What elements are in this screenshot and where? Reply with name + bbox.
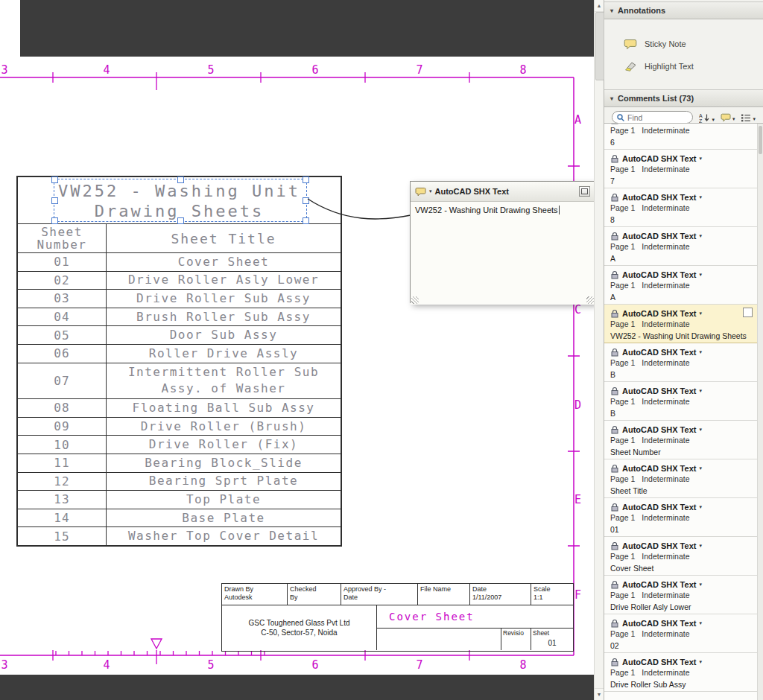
popup-minimize-button[interactable] (579, 186, 590, 197)
comment-type-label: AutoCAD SHX Text (622, 658, 696, 666)
sheet-number-text: 14 (18, 509, 107, 527)
sticky-note-tool[interactable]: Sticky Note (604, 33, 763, 55)
selection-handle[interactable] (51, 197, 58, 204)
annotation-lock-icon (610, 232, 619, 241)
svg-text:Z: Z (699, 118, 703, 123)
comment-type-row: AutoCAD SHX Text▾ (610, 191, 753, 203)
comment-meta: Page 1Indeterminate (610, 397, 753, 409)
comment-item[interactable]: AutoCAD SHX Text▾Page 1IndeterminateDriv… (604, 576, 757, 614)
comment-meta: Page 1Indeterminate (610, 358, 753, 370)
comment-menu-chevron-icon[interactable]: ▾ (699, 543, 702, 549)
popup-options-chevron-icon[interactable]: ▾ (429, 188, 432, 194)
comment-menu-chevron-icon[interactable]: ▾ (699, 427, 702, 433)
comments-list-section-header[interactable]: ▾ Comments List (73) (604, 89, 763, 107)
comment-item[interactable]: AutoCAD SHX Text▾Page 1IndeterminateB (604, 382, 757, 421)
highlighter-icon (624, 61, 637, 71)
sheet-number-text: 09 (18, 418, 107, 436)
comment-menu-chevron-icon[interactable]: ▾ (699, 620, 702, 626)
comment-menu-chevron-icon[interactable]: ▾ (699, 233, 702, 239)
comment-value: 6 (610, 138, 753, 149)
comment-item[interactable]: AutoCAD SHX Text▾Page 1IndeterminateDriv… (604, 653, 757, 692)
selection-handle[interactable] (177, 176, 184, 183)
selection-handle[interactable] (303, 197, 309, 204)
ruler-letter: C (574, 303, 581, 316)
comment-meta: Page 1Indeterminate (610, 242, 753, 254)
comment-status: Indeterminate (642, 319, 689, 328)
text-selection-box[interactable] (54, 179, 307, 222)
document-pane[interactable]: 345678 345678 ABCDEF VW252 - Washing Uni… (0, 0, 594, 700)
comment-menu-chevron-icon[interactable]: ▾ (699, 465, 702, 471)
comment-page: Page 1 (610, 126, 635, 135)
popup-resize-grip-right[interactable] (586, 296, 594, 304)
approved-by-cell: Approved By - Date (341, 584, 418, 605)
scroll-up-icon[interactable]: ▲ (595, 0, 604, 12)
sheet-number-text: 11 (18, 454, 107, 472)
popup-header[interactable]: ▾ AutoCAD SHX Text (411, 182, 595, 202)
comment-menu-chevron-icon[interactable]: ▾ (699, 156, 702, 162)
col-header-sheet-number: Sheet Number (18, 224, 107, 252)
comment-type-label: AutoCAD SHX Text (622, 541, 696, 550)
scroll-down-icon[interactable]: ▼ (595, 688, 604, 700)
comment-item[interactable]: AutoCAD SHX Text▾Page 1IndeterminateA (604, 266, 757, 305)
comment-item[interactable]: AutoCAD SHX Text▾Page 1Indeterminate01 (604, 498, 757, 537)
sheet-table-row: 02Drive Roller Asly Lower (18, 272, 341, 290)
comment-type-row: AutoCAD SHX Text▾ (610, 229, 753, 242)
comments-scrollbar[interactable] (757, 124, 763, 700)
comment-page: Page 1 (610, 513, 635, 522)
sheet-table-row: 05Door Sub Assy (18, 326, 341, 345)
comment-checkbox[interactable] (743, 308, 753, 317)
annotation-popup[interactable]: ▾ AutoCAD SHX Text VW252 - Washing Unit … (410, 181, 595, 303)
comment-page: Page 1 (610, 668, 635, 677)
comment-menu-chevron-icon[interactable]: ▾ (699, 659, 702, 665)
comment-item[interactable]: AutoCAD SHX Text▾Page 1IndeterminateA (604, 227, 757, 266)
comment-item[interactable]: AutoCAD SHX Text▾Page 1IndeterminateB (604, 343, 757, 382)
sort-comments-button[interactable]: A Z ▾ (699, 112, 715, 123)
sheet-number-text: 06 (18, 345, 107, 363)
comment-menu-chevron-icon[interactable]: ▾ (699, 349, 702, 355)
comment-meta: Page 1Indeterminate (610, 474, 753, 486)
comment-item[interactable]: AutoCAD SHX Text▾Page 1IndeterminateCove… (604, 537, 757, 576)
comment-item[interactable]: AutoCAD SHX Text▾Page 1Indeterminate02 (604, 614, 757, 653)
comment-menu-chevron-icon[interactable]: ▾ (699, 582, 702, 588)
annotations-section-header[interactable]: ▾ Annotations (604, 1, 763, 19)
selection-handle[interactable] (303, 217, 309, 224)
selection-handle[interactable] (303, 176, 309, 183)
selection-handle[interactable] (51, 217, 58, 224)
annotation-lock-icon (610, 154, 619, 163)
comment-item[interactable]: AutoCAD SHX Text▾Page 1Indeterminate6 (604, 123, 757, 150)
comment-type-row: AutoCAD SHX Text▾ (610, 462, 753, 474)
popup-resize-grip-left[interactable] (411, 296, 419, 304)
comment-menu-chevron-icon[interactable]: ▾ (699, 194, 702, 200)
comment-menu-chevron-icon[interactable]: ▾ (699, 272, 702, 278)
selection-handle[interactable] (177, 217, 184, 224)
comment-item[interactable]: AutoCAD SHX Text▾Page 1Indeterminate8 (604, 188, 757, 227)
comment-menu-chevron-icon[interactable]: ▾ (699, 388, 702, 394)
selection-handle[interactable] (51, 176, 58, 183)
comment-item[interactable]: AutoCAD SHX Text▾Page 1IndeterminateShee… (604, 421, 757, 459)
drawn-by-cell: Drawn By Autodesk (222, 584, 288, 605)
comment-type-label: AutoCAD SHX Text (622, 503, 696, 512)
comment-type-row: AutoCAD SHX Text▾ (610, 268, 753, 281)
popup-text-area[interactable]: VW252 - Washing Unit Drawing Sheets (411, 202, 595, 305)
sheet-title-text: Drive Roller (Brush) (107, 418, 341, 436)
comments-options-button[interactable]: ▾ (741, 113, 756, 122)
comment-item[interactable]: AutoCAD SHX Text▾Page 1IndeterminateVW25… (604, 305, 757, 343)
comment-menu-chevron-icon[interactable]: ▾ (699, 311, 702, 316)
comment-type-label: AutoCAD SHX Text (622, 270, 696, 279)
comment-type-label: AutoCAD SHX Text (622, 309, 696, 318)
annotation-lock-icon (610, 464, 619, 473)
comments-list[interactable]: AutoCAD SHX Text▾Page 1Indeterminate6Aut… (604, 123, 763, 700)
date-cell: Date 1/11/2007 (470, 584, 531, 605)
comment-page: Page 1 (610, 358, 635, 367)
comment-menu-chevron-icon[interactable]: ▾ (699, 504, 702, 510)
filter-comments-button[interactable]: ▾ (721, 113, 735, 122)
highlight-text-tool[interactable]: Highlight Text (604, 55, 763, 77)
comments-scrollbar-thumb[interactable] (759, 126, 762, 154)
scrollbar-thumb[interactable] (595, 12, 604, 80)
comment-item[interactable]: AutoCAD SHX Text▾Page 1IndeterminateShee… (604, 459, 757, 498)
tool-label: Sticky Note (645, 39, 686, 48)
comment-item[interactable]: AutoCAD SHX Text▾Page 1Indeterminate7 (604, 150, 757, 188)
sheet-title-text[interactable]: Cover Sheet (377, 605, 573, 629)
find-input[interactable]: Find (612, 111, 693, 124)
document-scrollbar[interactable]: ▲ ▼ (594, 0, 604, 700)
